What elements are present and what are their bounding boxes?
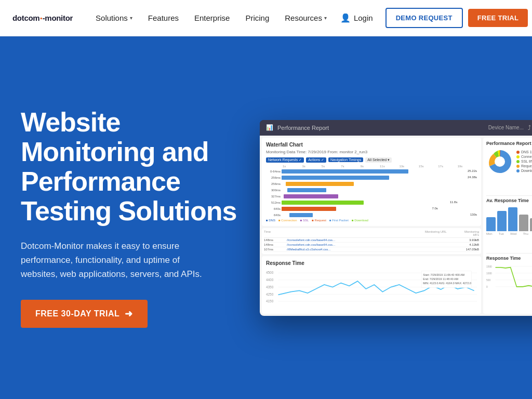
wf-bar-1: 256ms 24.38s [266,175,477,180]
time-scale: 1s 3s 5s 7s 9s 11s 13s 15s 17s 19s [266,165,477,168]
navbar: dotcom·-monitor Solutions ▾ Features Ent… [0,0,532,36]
nav-pricing[interactable]: Pricing [239,9,275,26]
dash-tab-icon: 📊 [266,124,273,131]
hero-description: Dotcom-Monitor makes it easy to ensure p… [21,239,218,282]
wf-bar-fill-6 [282,207,336,211]
cta-trial-button[interactable]: FREE 30-DAY TRIAL ➜ [21,300,148,328]
download-label: Download 72% [521,169,532,172]
rt-chart-right: 1500 1000 500 0 [486,263,532,294]
rt-chart-svg: 1500 1000 500 0 [486,263,532,294]
filter-network[interactable]: Network Requests ✓ [266,157,304,163]
legend-ssl2: SSL 8% [516,159,532,163]
nav-solutions[interactable]: Solutions ▾ [89,9,139,26]
nav-pricing-label: Pricing [245,14,269,22]
legend-request: ■ Request [312,219,326,222]
chevron-down-icon: ▾ [130,15,132,21]
wf-bar-5: 512ms 11.8s [266,200,477,205]
demo-request-button[interactable]: DEMO REQUEST [385,8,463,28]
avg-response-title: Av. Response Time [486,198,532,203]
dashboard-topbar: 📊 Performance Report Device Name... ⤴ ⬇ … [260,120,532,136]
dashboard-right-panel: Performance Report [483,138,532,314]
wf-time-5: 11.8s [450,201,458,204]
legend-download2: Download 72% [516,169,532,172]
filter-nav[interactable]: Navigation Timings [328,157,363,162]
nav-features-label: Features [148,14,179,22]
bar-2 [508,207,517,231]
svg-text:Start: 7/29/2019 11:06:40 400 : Start: 7/29/2019 11:06:40 400 AM [423,273,464,276]
nav-solutions-label: Solutions [96,14,128,22]
wf-label-5: 512ms [266,201,281,204]
wf-time-6: 7.0s [432,207,437,210]
pie-legend: DNS 1% Connect 5% SSL 8% [516,150,532,172]
response-time-section: Response Time 4500 4400 4350 4250 4150 [262,256,481,314]
wf-bar-fill-2 [286,182,354,186]
wf-label-3: 300ms [266,189,281,192]
dns-label: DNS 1% [521,150,532,154]
login-button[interactable]: 👤 Login [333,9,380,27]
svg-text:4500: 4500 [266,271,274,274]
nav-right: 👤 Login DEMO REQUEST FREE TRIAL [333,8,528,28]
pie-chart-svg [486,148,513,175]
waterfall-bars: 0-64ms 25.22s 256ms 24.38s [266,169,477,218]
wf-label-4: 327ms [266,195,281,198]
free-trial-button[interactable]: FREE TRIAL [468,9,528,27]
dashboard-main: Waterfall Chart Monitoring Data Time: 7/… [260,136,483,316]
avg-response-chart [486,205,532,231]
nav-features[interactable]: Features [142,9,185,26]
waterfall-title: Waterfall Chart [266,142,477,148]
wf-bar-fill-7 [289,213,313,217]
svg-text:End: 7/29/2019 11:48:40 AM: End: 7/29/2019 11:48:40 AM [423,277,458,280]
legend-connect2: Connect 5% [516,155,532,158]
col-url2: Monitoring URL [425,230,456,236]
nav-enterprise[interactable]: Enterprise [188,9,236,26]
svg-text:1000: 1000 [486,271,492,274]
bar-4 [530,218,532,231]
dashboard-mockup: 📊 Performance Report Device Name... ⤴ ⬇ … [260,120,532,316]
svg-text:4400: 4400 [266,277,274,281]
wf-bar-fill-3 [287,188,326,192]
perf-report-section: Performance Report [486,141,532,196]
wf-bar-0: 0-64ms 25.22s [266,169,477,174]
wf-bar-7: 640s 130s [266,212,477,218]
logo[interactable]: dotcom·-monitor [12,13,73,23]
waterfall-legend: ■ DNS ■ Connection ■ SSL ■ Request ■ Fir… [266,219,477,222]
bar-3 [519,215,528,231]
request-label: Request 14% [521,164,532,168]
dns-dot [516,151,520,154]
waterfall-section: Waterfall Chart Monitoring Data Time: 7/… [262,138,481,226]
legend-dns2: DNS 1% [516,150,532,154]
svg-text:4250: 4250 [266,292,274,296]
legend-connect: ■ Connection [278,219,297,222]
response-time-title: Response Time [266,260,477,266]
waterfall-filters: Network Requests ✓ Actions ✓ Navigation … [266,157,477,163]
chevron-down-icon-2: ▾ [324,15,327,21]
waterfall-sub: Monitoring Data Time: 7/29/2019 From: mo… [266,150,477,154]
table-header: Time Monitoring URL Monitoring kB's [264,230,479,238]
dashboard-icons: ⤴ ⬇ ⋮ ✕ [528,124,532,131]
response-time-chart: 4500 4400 4350 4250 4150 [266,268,477,310]
dashboard-content: Waterfall Chart Monitoring Data Time: 7/… [260,136,532,316]
wf-bar-fill-4 [284,194,338,198]
legend-fp: ■ Download [352,219,368,222]
request-dot [516,165,520,168]
nav-links: Solutions ▾ Features Enterprise Pricing … [89,9,333,26]
download-dot [516,169,520,172]
perf-report-title: Performance Report [486,141,532,146]
cta-label: FREE 30-DAY TRIAL [35,309,119,318]
svg-text:1500: 1500 [486,264,492,268]
wf-time-7: 130s [470,213,477,216]
wf-label-7: 640s [266,214,281,217]
svg-point-14 [495,156,505,167]
waterfall-table: Time Monitoring URL Monitoring kB's 148m… [262,228,481,254]
filter-all[interactable]: All Selected ▾ [365,157,392,163]
response-time-right-section: Response Time 1500 1000 500 0 [486,256,532,311]
hero-dashboard: 📊 Performance Report Device Name... ⤴ ⬇ … [260,109,532,327]
nav-resources[interactable]: Resources ▾ [278,9,333,26]
arrow-icon: ➜ [125,308,133,320]
wf-time-0: 25.22s [468,169,477,172]
filter-actions[interactable]: Actions ✓ [306,157,326,163]
logo-prefix: dotcom [12,14,39,22]
share-icon[interactable]: ⤴ [528,124,531,131]
connect-dot [516,155,520,158]
col-size: Monitoring kB's [458,230,479,236]
